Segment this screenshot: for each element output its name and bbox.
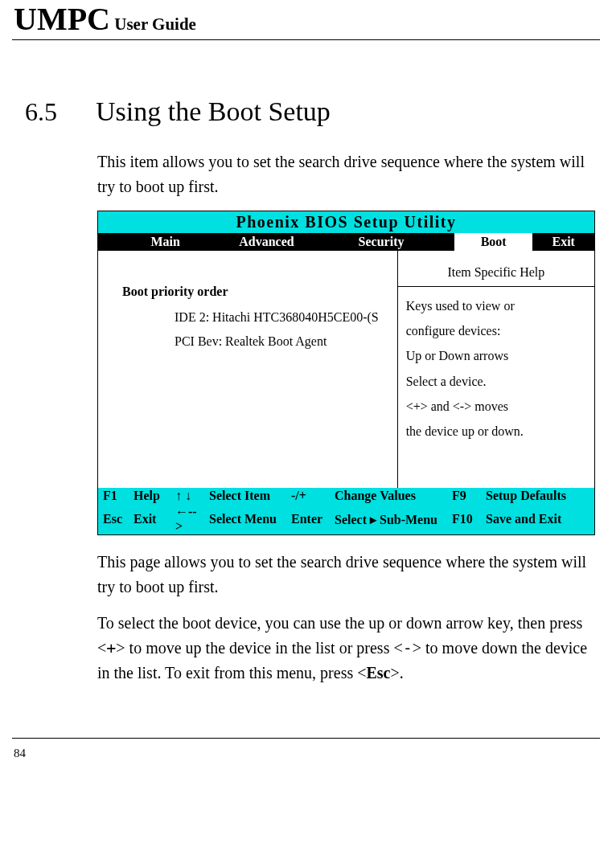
- boot-priority-label: Boot priority order: [98, 285, 389, 299]
- boot-item-1[interactable]: PCI Bev: Realtek Boot Agent: [98, 330, 389, 354]
- tab-gap: [439, 233, 454, 251]
- esc-key: Esc: [366, 664, 390, 682]
- key-leftright: ←-->: [172, 504, 206, 534]
- bios-footer: F1 Help ↑ ↓ Select Item -/+ Change Value…: [98, 488, 594, 534]
- bios-left-pane: Boot priority order IDE 2: Hitachi HTC36…: [98, 251, 398, 488]
- key-minus-plus: -/+: [288, 488, 331, 504]
- intro-paragraph: This item allows you to set the search d…: [97, 149, 595, 199]
- label-select-submenu: Select ▸ Sub-Menu: [331, 504, 449, 534]
- paragraph-3: To select the boot device, you can use t…: [97, 611, 595, 686]
- help-line-6: the device up or down.: [406, 419, 586, 444]
- help-line-3: Select a device.: [406, 369, 586, 394]
- key-f1: F1: [98, 488, 130, 504]
- tab-security[interactable]: Security: [323, 233, 438, 251]
- tab-main[interactable]: Main: [121, 233, 210, 251]
- key-esc: Esc: [98, 504, 130, 534]
- help-line-1: configure devices:: [406, 318, 586, 343]
- label-select-item: Select Item: [206, 488, 288, 504]
- section-number: 6.5: [12, 97, 96, 127]
- key-updown: ↑ ↓: [172, 488, 206, 504]
- tab-exit[interactable]: Exit: [532, 233, 594, 251]
- label-setup-defaults: Setup Defaults: [483, 488, 594, 504]
- help-line-5: <+> and <-> moves: [406, 394, 586, 419]
- label-change-values: Change Values: [331, 488, 449, 504]
- header-sub: User Guide: [110, 14, 196, 34]
- tab-spacer: [98, 233, 121, 251]
- page-number: 84: [12, 738, 600, 760]
- key-f9: F9: [449, 488, 483, 504]
- boot-item-0[interactable]: IDE 2: Hitachi HTC368040H5CE00-(S: [98, 305, 389, 330]
- help-header: Item Specific Help: [398, 251, 594, 287]
- label-save-exit: Save and Exit: [483, 504, 594, 534]
- bios-help-pane: Item Specific Help Keys used to view or …: [398, 251, 594, 488]
- key-f10: F10: [449, 504, 483, 534]
- tab-advanced[interactable]: Advanced: [210, 233, 324, 251]
- section-heading: 6.5 Using the Boot Setup: [12, 96, 600, 127]
- right-triangle-icon: ▸: [370, 513, 376, 526]
- help-line-2: Up or Down arrows: [406, 343, 586, 368]
- minus-key: -: [403, 638, 413, 657]
- plus-key: +: [106, 638, 116, 657]
- page-header: UMPC User Guide: [12, 0, 600, 40]
- bios-title: Phoenix BIOS Setup Utility: [98, 211, 594, 233]
- bios-tabs: Main Advanced Security Boot Exit: [98, 233, 594, 251]
- up-arrow-icon: ↑: [175, 489, 182, 502]
- down-arrow-icon: ↓: [185, 489, 191, 502]
- label-help: Help: [130, 488, 172, 504]
- tab-boot[interactable]: Boot: [454, 233, 533, 251]
- bios-setup-box: Phoenix BIOS Setup Utility Main Advanced…: [97, 211, 595, 535]
- key-enter: Enter: [288, 504, 331, 534]
- paragraph-2: This page allows you to set the search d…: [97, 550, 595, 600]
- help-body: Keys used to view or configure devices: …: [398, 287, 594, 450]
- header-main: UMPC: [14, 1, 110, 37]
- help-line-0: Keys used to view or: [406, 293, 586, 318]
- label-exit: Exit: [130, 504, 172, 534]
- section-title: Using the Boot Setup: [96, 96, 331, 127]
- label-select-menu: Select Menu: [206, 504, 288, 534]
